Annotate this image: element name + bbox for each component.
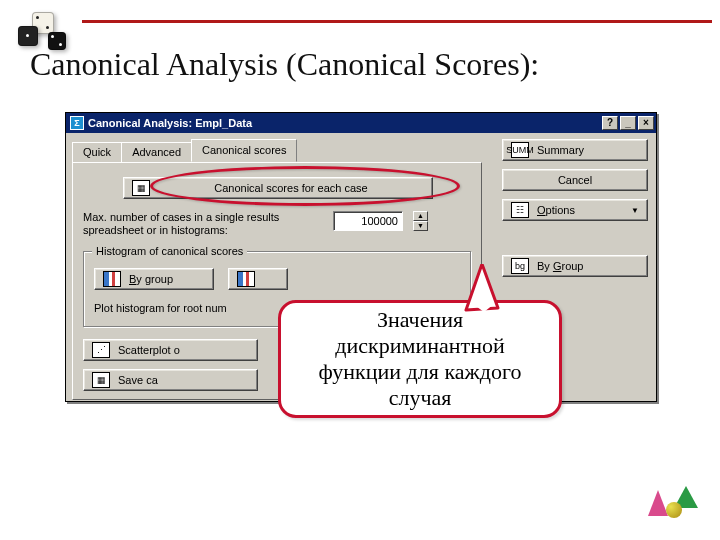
max-cases-input[interactable]: [333, 211, 403, 231]
button-label: Canonical scores for each case: [158, 182, 424, 194]
groupbox-legend: Histogram of canonical scores: [92, 245, 247, 257]
button-label: By Group: [537, 260, 584, 272]
spreadsheet-icon: ▦: [132, 180, 150, 196]
dialog-titlebar[interactable]: Σ Canonical Analysis: Empl_Data ? _ ×: [66, 113, 656, 133]
tab-quick[interactable]: Quick: [72, 142, 122, 162]
app-icon: Σ: [70, 116, 84, 130]
annotation-callout: Значения дискриминантной функции для каж…: [278, 300, 562, 418]
slide-divider: [82, 20, 712, 23]
scatter-icon: ⋰: [92, 342, 110, 358]
callout-text: Значения дискриминантной функции для каж…: [295, 307, 545, 411]
summary-icon: SUMM: [511, 142, 529, 158]
button-label: Options: [537, 204, 575, 216]
cancel-button[interactable]: Cancel: [502, 169, 648, 191]
tab-label: Advanced: [132, 146, 181, 158]
tab-label: Canonical scores: [202, 144, 286, 156]
tab-advanced[interactable]: Advanced: [121, 142, 192, 162]
group-icon: bg: [511, 258, 529, 274]
combined-histogram-button[interactable]: [228, 268, 288, 290]
options-icon: ☷: [511, 202, 529, 218]
canonical-scores-button[interactable]: ▦ Canonical scores for each case: [123, 177, 433, 199]
minimize-button[interactable]: _: [620, 116, 636, 130]
max-cases-spinner[interactable]: ▲ ▼: [413, 211, 428, 231]
chevron-down-icon: ▼: [631, 206, 639, 215]
button-label: Scatterplot o: [118, 344, 180, 356]
button-label: Save ca: [118, 374, 158, 386]
save-icon: ▦: [92, 372, 110, 388]
shapes-decoration: [646, 482, 702, 524]
summary-button[interactable]: SUMM Summary: [502, 139, 648, 161]
dialog-right-column: SUMM Summary Cancel ☷ Options ▼ bg By Gr…: [502, 139, 648, 277]
spin-down-icon[interactable]: ▼: [413, 221, 428, 231]
close-button[interactable]: ×: [638, 116, 654, 130]
save-scores-button[interactable]: ▦ Save ca: [83, 369, 258, 391]
help-button[interactable]: ?: [602, 116, 618, 130]
tab-label: Quick: [83, 146, 111, 158]
button-label: BBy groupy group: [129, 273, 173, 285]
options-button[interactable]: ☷ Options ▼: [502, 199, 648, 221]
max-cases-label: Max. number of cases in a single results…: [83, 211, 323, 237]
by-group-button[interactable]: bg By Group: [502, 255, 648, 277]
by-group-histogram-button[interactable]: BBy groupy group: [94, 268, 214, 290]
tab-canonical-scores[interactable]: Canonical scores: [191, 139, 297, 162]
dialog-title: Canonical Analysis: Empl_Data: [88, 117, 252, 129]
histogram-icon: [103, 271, 121, 287]
spin-up-icon[interactable]: ▲: [413, 211, 428, 221]
button-label: Summary: [537, 144, 584, 156]
button-label: Cancel: [558, 174, 592, 186]
histogram-icon: [237, 271, 255, 287]
page-title: Canonical Analysis (Canonical Scores):: [30, 46, 539, 83]
scatterplot-button[interactable]: ⋰ Scatterplot o: [83, 339, 258, 361]
